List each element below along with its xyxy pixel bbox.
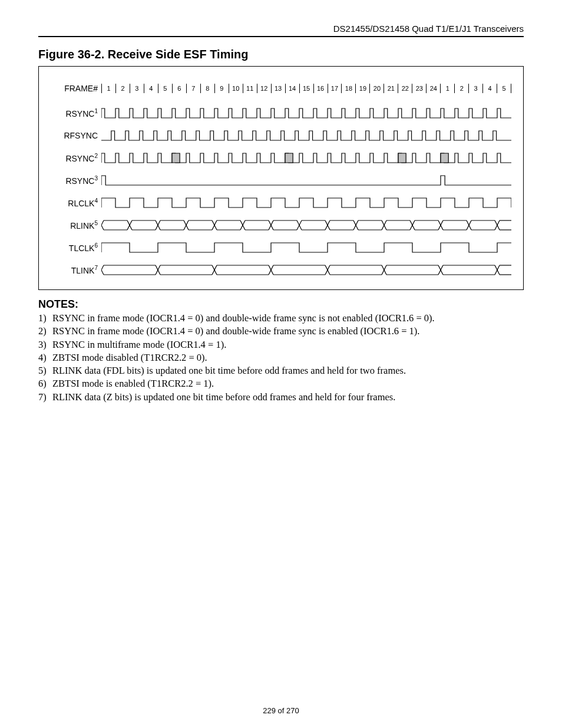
- frame-number-cell: 12: [257, 84, 271, 93]
- frame-number-cell: 4: [482, 84, 497, 93]
- frame-number-cell: 8: [200, 84, 214, 93]
- frame-number-cell: 21: [384, 84, 398, 93]
- frame-number-cell: 10: [229, 84, 243, 93]
- frame-number-cell: 14: [285, 84, 299, 93]
- tlink-wave: [101, 263, 511, 277]
- frame-number-cell: 7: [186, 84, 200, 93]
- frame-number-cell: 2: [115, 84, 130, 93]
- note-item: 3) RSYNC in multiframe mode (IOCR1.4 = 1…: [38, 338, 524, 351]
- rfsync-wave: [101, 129, 511, 143]
- frame-number-cell: 1: [440, 84, 454, 93]
- rlclk-label: RLCLK4: [52, 197, 101, 208]
- frame-number-cell: 18: [341, 84, 355, 93]
- frame-number-cell: 23: [412, 84, 426, 93]
- rlclk-wave: [101, 196, 511, 210]
- notes-heading: NOTES:: [38, 298, 524, 311]
- frame-number-cell: 9: [214, 84, 229, 93]
- frame-number-cell: 17: [328, 84, 342, 93]
- frame-number-cell: 6: [172, 84, 186, 93]
- note-item: 5) RLINK data (FDL bits) is updated one …: [38, 364, 524, 377]
- note-item: 7) RLINK data (Z bits) is updated one bi…: [38, 391, 524, 404]
- tlclk-label: TLCLK6: [52, 242, 101, 253]
- running-header: DS21455/DS21458 Quad T1/E1/J1 Transceive…: [38, 24, 524, 37]
- frame-number-cell: 16: [313, 84, 328, 93]
- rlink-wave: [101, 218, 511, 232]
- timing-diagram: FRAME# 123456789101112131415161718192021…: [38, 66, 524, 290]
- tlink-label: TLINK7: [52, 265, 101, 275]
- rsync3-wave: [101, 173, 511, 187]
- rsync2-wave: [101, 151, 511, 165]
- frame-number-cell: 20: [369, 84, 384, 93]
- note-item: 6) ZBTSI mode is enabled (T1RCR2.2 = 1).: [38, 377, 524, 390]
- notes-list: 1) RSYNC in frame mode (IOCR1.4 = 0) and…: [38, 312, 524, 404]
- frame-number-cell: 3: [130, 84, 144, 93]
- rfsync-label: RFSYNC: [52, 131, 101, 140]
- frame-number-cell: 24: [426, 84, 440, 93]
- rsync2-label: RSYNC2: [52, 153, 101, 163]
- frame-number-cell: 5: [158, 84, 172, 93]
- frame-label: FRAME#: [52, 84, 101, 93]
- frame-number-cell: 22: [398, 84, 412, 93]
- note-item: 1) RSYNC in frame mode (IOCR1.4 = 0) and…: [38, 312, 524, 325]
- note-item: 2) RSYNC in frame mode (IOCR1.4 = 0) and…: [38, 325, 524, 338]
- note-item: 4) ZBTSI mode disabled (T1RCR2.2 = 0).: [38, 351, 524, 364]
- figure-title: Figure 36-2. Receive Side ESF Timing: [38, 48, 524, 61]
- rsync1-wave: [101, 106, 511, 120]
- tlclk-wave: [101, 241, 511, 255]
- frame-numbers: 1234567891011121314151617181920212223241…: [101, 84, 511, 93]
- frame-number-cell: 1: [101, 84, 115, 93]
- frame-number-cell: 19: [355, 84, 369, 93]
- rlink-label: RLINK5: [52, 220, 101, 230]
- rsync1-label: RSYNC1: [52, 108, 101, 118]
- frame-number-cell: 15: [299, 84, 313, 93]
- rsync3-label: RSYNC3: [52, 175, 101, 186]
- frame-number-cell: 13: [271, 84, 285, 93]
- frame-number-cell: 4: [144, 84, 158, 93]
- frame-number-cell: 2: [454, 84, 468, 93]
- frame-number-cell: 5: [497, 84, 511, 93]
- frame-number-cell: 3: [468, 84, 482, 93]
- frame-number-cell: 11: [243, 84, 257, 93]
